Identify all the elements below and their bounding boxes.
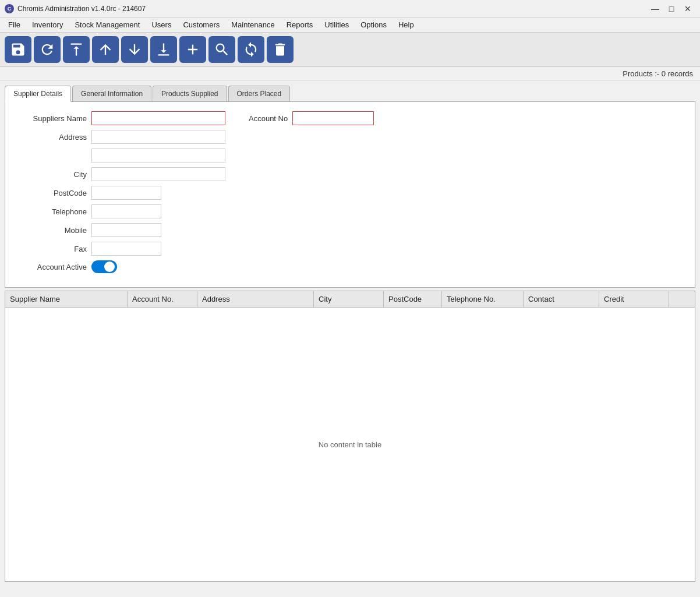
menu-item-maintenance[interactable]: Maintenance xyxy=(225,19,280,31)
tab-products-supplied[interactable]: Products Supplied xyxy=(153,86,227,102)
statusbar: Products :- 0 records xyxy=(0,67,700,81)
mobile-row: Mobile xyxy=(17,223,683,237)
minimize-button[interactable]: — xyxy=(648,3,663,15)
fax-row: Fax xyxy=(17,242,683,256)
sync-button[interactable] xyxy=(238,36,264,63)
window-title: Chromis Administration v1.4.0rc - 214607 xyxy=(17,5,648,13)
tab-bar: Supplier DetailsGeneral InformationProdu… xyxy=(5,86,695,102)
suppliers-name-input[interactable] xyxy=(91,111,225,125)
status-text: Products :- 0 records xyxy=(623,69,693,78)
move-down-button[interactable] xyxy=(121,36,148,63)
close-button[interactable]: ✕ xyxy=(680,3,695,15)
telephone-label: Telephone xyxy=(17,207,87,216)
menu-item-help[interactable]: Help xyxy=(393,19,420,31)
table-col-2: Address xyxy=(197,291,314,307)
menu-item-options[interactable]: Options xyxy=(355,19,393,31)
fax-label: Fax xyxy=(17,245,87,253)
address2-input[interactable] xyxy=(91,149,225,163)
table-col-3: City xyxy=(314,291,384,307)
telephone-row: Telephone xyxy=(17,204,683,218)
table-col-7: Credit xyxy=(599,291,669,307)
suppliers-name-label: Suppliers Name xyxy=(17,114,87,123)
city-row: City xyxy=(17,167,683,181)
account-no-label: Account No xyxy=(249,114,288,123)
postcode-row: PostCode xyxy=(17,186,683,200)
menu-item-inventory[interactable]: Inventory xyxy=(26,19,69,31)
refresh-button[interactable] xyxy=(34,36,61,63)
account-active-label: Account Active xyxy=(17,263,87,271)
main-content: Supplier DetailsGeneral InformationProdu… xyxy=(0,81,700,587)
menu-item-utilities[interactable]: Utilities xyxy=(319,19,355,31)
table-col-4: PostCode xyxy=(384,291,442,307)
city-input[interactable] xyxy=(91,167,225,181)
table-col-0: Supplier Name xyxy=(5,291,128,307)
postcode-label: PostCode xyxy=(17,189,87,197)
account-no-input[interactable] xyxy=(292,111,374,125)
menu-item-users[interactable]: Users xyxy=(146,19,177,31)
move-up-button[interactable] xyxy=(92,36,119,63)
table-header: Supplier NameAccount No.AddressCityPostC… xyxy=(5,291,695,308)
account-active-row: Account Active xyxy=(17,260,683,273)
menu-item-customers[interactable]: Customers xyxy=(177,19,225,31)
titlebar: C Chromis Administration v1.4.0rc - 2146… xyxy=(0,0,700,17)
table-col-5: Telephone No. xyxy=(442,291,524,307)
move-bottom-button[interactable] xyxy=(150,36,177,63)
address-row-2 xyxy=(17,149,683,163)
maximize-button[interactable]: □ xyxy=(664,3,679,15)
delete-button[interactable] xyxy=(267,36,294,63)
tab-supplier-details[interactable]: Supplier Details xyxy=(5,86,71,102)
table-col-1: Account No. xyxy=(128,291,197,307)
menu-item-stock-management[interactable]: Stock Management xyxy=(69,19,146,31)
save-button[interactable] xyxy=(5,36,31,63)
tab-orders-placed[interactable]: Orders Placed xyxy=(228,86,291,102)
account-active-toggle[interactable] xyxy=(91,260,117,273)
menu-item-reports[interactable]: Reports xyxy=(281,19,319,31)
postcode-input[interactable] xyxy=(91,186,161,200)
mobile-input[interactable] xyxy=(91,223,161,237)
table-body: No content in table xyxy=(5,308,695,581)
form-panel: Suppliers Name Account No Address City P… xyxy=(5,101,695,288)
telephone-input[interactable] xyxy=(91,204,161,218)
fax-input[interactable] xyxy=(91,242,161,256)
address-row-1: Address xyxy=(17,130,683,144)
address-label: Address xyxy=(17,133,87,142)
toolbar xyxy=(0,33,700,67)
mobile-label: Mobile xyxy=(17,226,87,235)
table-col-8 xyxy=(669,291,695,307)
move-top-button[interactable] xyxy=(63,36,90,63)
tab-general-information[interactable]: General Information xyxy=(72,86,151,102)
city-label: City xyxy=(17,170,87,179)
table-col-6: Contact xyxy=(524,291,599,307)
address1-input[interactable] xyxy=(91,130,225,144)
menubar: FileInventoryStock ManagementUsersCustom… xyxy=(0,17,700,33)
toggle-slider xyxy=(91,260,117,273)
app-icon: C xyxy=(5,4,14,13)
suppliers-name-row: Suppliers Name Account No xyxy=(17,111,683,125)
suppliers-table: Supplier NameAccount No.AddressCityPostC… xyxy=(5,291,695,582)
search-button[interactable] xyxy=(208,36,235,63)
add-button[interactable] xyxy=(179,36,206,63)
menu-item-file[interactable]: File xyxy=(2,19,26,31)
empty-table-message: No content in table xyxy=(319,440,381,449)
window-controls: — □ ✕ xyxy=(648,3,695,15)
